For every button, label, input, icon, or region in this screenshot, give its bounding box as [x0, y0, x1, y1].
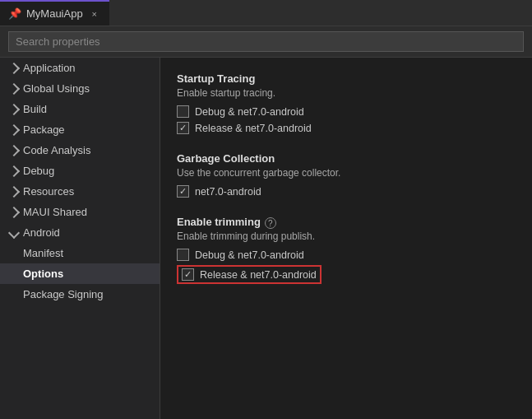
sidebar-item-label: Options	[23, 268, 63, 280]
tab-pin-icon: 📌	[8, 7, 21, 20]
chevron-right-icon	[8, 206, 20, 217]
tab-close-button[interactable]: ×	[88, 7, 101, 21]
chevron-right-icon	[8, 103, 20, 114]
sidebar-item-application[interactable]: Application	[0, 58, 160, 78]
sidebar-item-label: Resources	[23, 185, 74, 198]
garbage-collection-desc: Use the concurrent garbage collector.	[177, 167, 516, 179]
checkbox-label-net7-gc: net7.0-android	[195, 186, 261, 198]
search-input[interactable]	[8, 31, 524, 52]
checkmark-icon: ✓	[184, 270, 192, 279]
garbage-collection-title: Garbage Collection	[177, 152, 516, 165]
sidebar-item-label: Package	[23, 123, 65, 136]
garbage-collection-section: Garbage Collection Use the concurrent ga…	[177, 152, 516, 198]
checkbox-debug-startup[interactable]	[177, 105, 189, 118]
sidebar-item-label: Debug	[23, 165, 54, 177]
chevron-right-icon	[8, 123, 20, 135]
chevron-right-icon	[8, 62, 20, 73]
checkbox-label-release-trim: Release & net7.0-android	[200, 269, 317, 281]
checkbox-net7-gc[interactable]: ✓	[177, 185, 189, 198]
checkbox-label-debug-trim: Debug & net7.0-android	[195, 249, 304, 261]
sidebar-item-label: Application	[23, 62, 76, 74]
sidebar-item-options[interactable]: Options	[0, 263, 160, 284]
checkbox-label-release-startup: Release & net7.0-android	[195, 123, 312, 134]
sidebar-item-android[interactable]: Android	[0, 222, 160, 243]
startup-tracing-section: Startup Tracing Enable startup tracing. …	[177, 72, 516, 134]
chevron-right-icon	[8, 82, 20, 94]
checkbox-row-release-startup: ✓ Release & net7.0-android	[177, 122, 516, 134]
sidebar-item-global-usings[interactable]: Global Usings	[0, 78, 160, 99]
checkbox-label-debug-startup: Debug & net7.0-android	[195, 106, 304, 118]
checkbox-row-release-trim: ✓ Release & net7.0-android	[177, 265, 516, 284]
main-layout: Application Global Usings Build Package …	[0, 58, 532, 419]
chevron-down-icon	[8, 226, 20, 238]
tab-mymauiapp[interactable]: 📌 MyMauiApp ×	[0, 0, 109, 26]
sidebar-item-label: Build	[23, 103, 47, 115]
sidebar-item-package-signing[interactable]: Package Signing	[0, 284, 160, 305]
tab-bar: 📌 MyMauiApp ×	[0, 0, 532, 26]
startup-tracing-desc: Enable startup tracing.	[177, 87, 516, 99]
help-icon[interactable]: ?	[265, 217, 276, 229]
chevron-right-icon	[8, 185, 20, 197]
sidebar-item-resources[interactable]: Resources	[0, 181, 160, 202]
chevron-right-icon	[8, 165, 20, 176]
sidebar-item-manifest[interactable]: Manifest	[0, 243, 160, 263]
checkbox-debug-trim[interactable]	[177, 249, 189, 261]
sidebar-item-debug[interactable]: Debug	[0, 161, 160, 181]
highlighted-release-trim-row: ✓ Release & net7.0-android	[177, 265, 322, 284]
checkbox-row-debug-trim: Debug & net7.0-android	[177, 249, 516, 261]
chevron-right-icon	[8, 144, 20, 156]
checkbox-release-startup[interactable]: ✓	[177, 122, 189, 134]
sidebar-item-label: MAUI Shared	[23, 206, 87, 218]
content-panel: Startup Tracing Enable startup tracing. …	[160, 58, 532, 419]
sidebar-item-label: Package Signing	[23, 288, 104, 300]
checkbox-release-trim[interactable]: ✓	[182, 268, 194, 281]
sidebar-item-label: Android	[23, 226, 60, 239]
enable-trimming-section: Enable trimming ? Enable trimming during…	[177, 216, 516, 284]
sidebar: Application Global Usings Build Package …	[0, 58, 160, 419]
sidebar-item-label: Code Analysis	[23, 144, 90, 156]
sidebar-item-label: Manifest	[23, 247, 63, 259]
search-bar	[0, 26, 532, 58]
checkmark-icon: ✓	[179, 187, 187, 196]
sidebar-item-code-analysis[interactable]: Code Analysis	[0, 140, 160, 161]
checkbox-row-debug-startup: Debug & net7.0-android	[177, 105, 516, 118]
sidebar-item-maui-shared[interactable]: MAUI Shared	[0, 202, 160, 222]
sidebar-item-package[interactable]: Package	[0, 119, 160, 140]
enable-trimming-desc: Enable trimming during publish.	[177, 230, 516, 242]
enable-trimming-title-row: Enable trimming ?	[177, 216, 516, 230]
checkbox-row-net7-gc: ✓ net7.0-android	[177, 185, 516, 198]
tab-title: MyMauiApp	[26, 7, 83, 20]
startup-tracing-title: Startup Tracing	[177, 72, 516, 85]
enable-trimming-title: Enable trimming	[177, 216, 261, 228]
sidebar-item-label: Global Usings	[23, 82, 90, 95]
checkmark-icon: ✓	[179, 123, 187, 133]
sidebar-item-build[interactable]: Build	[0, 99, 160, 119]
